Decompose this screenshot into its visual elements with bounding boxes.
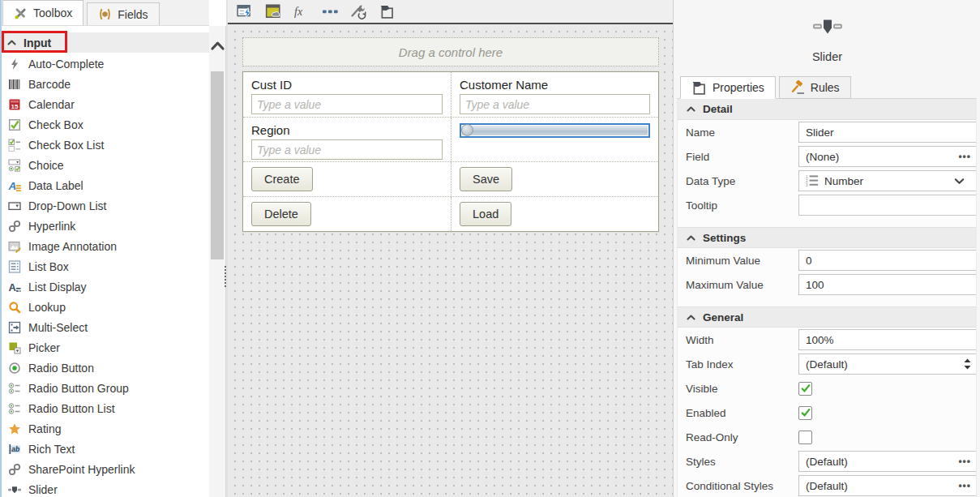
slider-control[interactable] xyxy=(460,123,650,138)
form-cell: Region xyxy=(243,118,451,161)
slider-icon xyxy=(7,482,21,496)
property-control: (Default)••• xyxy=(798,451,977,472)
property-row-name: Name xyxy=(678,120,976,144)
chevron-up-icon xyxy=(686,312,696,323)
maximum-value-input[interactable] xyxy=(798,274,977,295)
toolbox-item-check-box-list[interactable]: Check Box List xyxy=(0,135,209,155)
tab-toolbox[interactable]: Toolbox xyxy=(2,0,83,25)
property-label: Tooltip xyxy=(686,199,798,212)
styles-picker[interactable]: (Default)••• xyxy=(798,451,977,472)
toolbox-item-label: Choice xyxy=(28,159,64,172)
toolbox-item-rating[interactable]: Rating xyxy=(0,418,209,439)
section-header-general[interactable]: General xyxy=(678,306,976,328)
toolbox-item-multi-select[interactable]: Multi-Select xyxy=(0,317,209,337)
toolbox-item-choice[interactable]: Choice xyxy=(0,155,209,175)
toolbox-item-list-display[interactable]: AList Display xyxy=(0,276,209,297)
panel-splitter-handle[interactable] xyxy=(225,266,229,287)
toolbox-icon xyxy=(14,6,28,20)
slider-handle[interactable] xyxy=(461,124,473,136)
toolbox-item-sharepoint-hyperlink[interactable]: SharePoint Hyperlink xyxy=(0,459,209,479)
toolbox-item-label: Calendar xyxy=(28,98,75,111)
generate-rules-button[interactable] xyxy=(348,2,369,21)
svg-text:A: A xyxy=(8,281,16,293)
name-input[interactable] xyxy=(798,122,977,143)
section-header-settings[interactable]: Settings xyxy=(678,227,976,248)
tooltip-input[interactable] xyxy=(798,195,977,216)
property-control xyxy=(798,382,977,396)
ellipsis-button[interactable]: ••• xyxy=(955,151,971,162)
svg-text:3: 3 xyxy=(806,183,808,187)
conditional-styles-picker[interactable]: (Default)••• xyxy=(798,475,977,496)
property-label: Maximum Value xyxy=(686,279,798,291)
toolbox-item-radio-button-list[interactable]: Radio Button List xyxy=(0,398,209,418)
section-header-detail[interactable]: Detail xyxy=(678,99,976,120)
more-options-button[interactable] xyxy=(319,2,340,21)
toolbox-item-label: Data Label xyxy=(28,179,83,192)
slider-track[interactable] xyxy=(462,126,648,135)
create-button[interactable]: Create xyxy=(251,167,313,191)
multi-select-icon xyxy=(7,320,21,334)
property-row-visible: Visible xyxy=(678,376,976,401)
toolbox-item-barcode[interactable]: Barcode xyxy=(0,74,209,94)
visible-checkbox[interactable] xyxy=(798,382,812,396)
field-picker[interactable]: (None)••• xyxy=(798,146,977,167)
picker-value: (None) xyxy=(806,151,955,163)
tab-index-spinner[interactable]: (Default) xyxy=(798,353,977,375)
load-button[interactable]: Load xyxy=(460,202,511,226)
property-row-maximum-value: Maximum Value xyxy=(678,272,976,297)
toolbox-item-drop-down-list[interactable]: Drop-Down List xyxy=(0,195,209,216)
chevron-down-icon[interactable] xyxy=(953,175,965,187)
toolbox-item-data-label[interactable]: AData Label xyxy=(0,175,209,195)
image-annotation-icon xyxy=(7,239,21,253)
toolbox-item-auto-complete[interactable]: Auto-Complete xyxy=(0,54,209,74)
data-type-dropdown[interactable]: 123Number xyxy=(798,170,977,191)
toolbox-item-label: Radio Button xyxy=(28,362,94,375)
design-canvas[interactable]: fx Drag a control here Cust ID Customer … xyxy=(228,0,673,497)
theme-button[interactable] xyxy=(263,2,284,21)
toolbox-section-input[interactable]: Input xyxy=(0,32,209,53)
tab-rules[interactable]: Rules xyxy=(779,76,851,99)
data-table-button[interactable] xyxy=(234,2,255,21)
customer-name-input[interactable] xyxy=(460,94,650,114)
drop-zone[interactable]: Drag a control here xyxy=(242,37,659,66)
scroll-up-button[interactable] xyxy=(209,34,226,57)
toolbox-item-lookup[interactable]: Lookup xyxy=(0,297,209,317)
toolbox-item-hyperlink[interactable]: Hyperlink xyxy=(0,216,209,236)
property-control xyxy=(798,250,977,271)
ellipsis-button[interactable]: ••• xyxy=(955,480,971,491)
minimum-value-input[interactable] xyxy=(798,250,977,271)
enabled-checkbox[interactable] xyxy=(798,406,812,420)
toolbox-item-radio-button-group[interactable]: Radio Button Group xyxy=(0,378,209,398)
delete-button[interactable]: Delete xyxy=(251,202,311,226)
toolbox-item-radio-button[interactable]: Radio Button xyxy=(0,358,209,378)
chevron-up-icon xyxy=(6,37,17,48)
toolbox-item-list-box[interactable]: List Box xyxy=(0,256,209,276)
toolbox-item-rich-text[interactable]: abRich Text xyxy=(0,439,209,459)
numbered-list-icon: 123 xyxy=(806,174,819,187)
cust-id-input[interactable] xyxy=(251,94,443,114)
canvas-toolbar: fx xyxy=(228,0,673,24)
toolbox-item-label: Slider xyxy=(28,483,58,496)
tab-properties[interactable]: Properties xyxy=(680,76,776,99)
toolbox-item-calendar[interactable]: 15Calendar xyxy=(0,94,209,114)
toolbox-item-label: List Display xyxy=(28,281,87,293)
control-tag-button[interactable] xyxy=(376,2,397,21)
toolbox-item-slider[interactable]: Slider xyxy=(0,479,209,497)
toolbox-item-picker[interactable]: Picker xyxy=(0,337,209,358)
save-button[interactable]: Save xyxy=(460,167,512,191)
toolbox-scrollbar[interactable] xyxy=(209,26,226,497)
check-box-list-icon xyxy=(7,138,21,152)
property-control xyxy=(798,274,977,295)
region-input[interactable] xyxy=(251,139,443,160)
read-only-checkbox[interactable] xyxy=(798,431,812,444)
spinner-buttons-icon[interactable] xyxy=(961,358,971,370)
fields-icon xyxy=(98,7,112,21)
field-label-region: Region xyxy=(243,118,451,137)
tab-fields[interactable]: Fields xyxy=(87,2,159,25)
expression-button[interactable]: fx xyxy=(291,2,312,21)
ellipsis-button[interactable]: ••• xyxy=(955,456,971,467)
scrollbar-thumb[interactable] xyxy=(211,71,224,259)
toolbox-item-check-box[interactable]: Check Box xyxy=(0,114,209,135)
toolbox-item-image-annotation[interactable]: Image Annotation xyxy=(0,236,209,256)
width-input[interactable] xyxy=(798,329,977,350)
